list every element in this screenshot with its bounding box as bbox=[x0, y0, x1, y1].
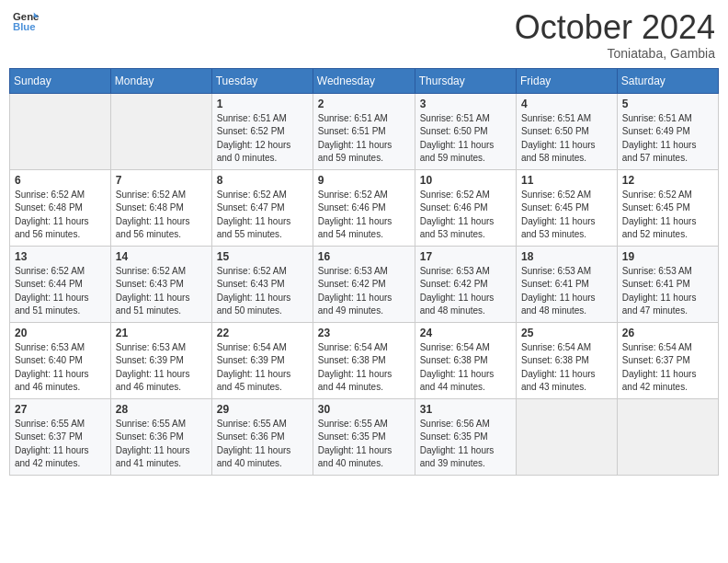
calendar-cell: 23Sunrise: 6:54 AM Sunset: 6:38 PM Dayli… bbox=[313, 322, 415, 398]
day-info: Sunrise: 6:52 AM Sunset: 6:43 PM Dayligh… bbox=[116, 265, 207, 318]
day-info: Sunrise: 6:51 AM Sunset: 6:50 PM Dayligh… bbox=[420, 112, 511, 166]
day-info: Sunrise: 6:51 AM Sunset: 6:49 PM Dayligh… bbox=[622, 112, 713, 166]
calendar-cell: 11Sunrise: 6:52 AM Sunset: 6:45 PM Dayli… bbox=[516, 169, 617, 246]
calendar-cell: 10Sunrise: 6:52 AM Sunset: 6:46 PM Dayli… bbox=[415, 169, 516, 246]
location-subtitle: Toniataba, Gambia bbox=[515, 46, 715, 61]
calendar-cell: 20Sunrise: 6:53 AM Sunset: 6:40 PM Dayli… bbox=[10, 322, 111, 398]
week-row-5: 27Sunrise: 6:55 AM Sunset: 6:37 PM Dayli… bbox=[10, 398, 719, 475]
day-info: Sunrise: 6:52 AM Sunset: 6:48 PM Dayligh… bbox=[15, 189, 106, 242]
month-title: October 2024 bbox=[515, 9, 715, 46]
day-info: Sunrise: 6:52 AM Sunset: 6:48 PM Dayligh… bbox=[116, 189, 207, 242]
calendar-cell: 2Sunrise: 6:51 AM Sunset: 6:51 PM Daylig… bbox=[313, 93, 415, 169]
day-info: Sunrise: 6:53 AM Sunset: 6:40 PM Dayligh… bbox=[15, 341, 106, 395]
day-number: 10 bbox=[420, 174, 511, 187]
day-info: Sunrise: 6:52 AM Sunset: 6:43 PM Dayligh… bbox=[217, 265, 308, 318]
calendar-cell: 19Sunrise: 6:53 AM Sunset: 6:41 PM Dayli… bbox=[617, 246, 718, 322]
day-info: Sunrise: 6:52 AM Sunset: 6:45 PM Dayligh… bbox=[521, 189, 612, 242]
logo-icon: General Blue bbox=[13, 9, 39, 35]
calendar-cell: 30Sunrise: 6:55 AM Sunset: 6:35 PM Dayli… bbox=[313, 398, 415, 475]
day-info: Sunrise: 6:54 AM Sunset: 6:38 PM Dayligh… bbox=[420, 341, 511, 395]
day-info: Sunrise: 6:51 AM Sunset: 6:51 PM Dayligh… bbox=[318, 112, 410, 166]
day-number: 27 bbox=[15, 403, 106, 416]
day-info: Sunrise: 6:52 AM Sunset: 6:44 PM Dayligh… bbox=[15, 265, 106, 318]
day-info: Sunrise: 6:55 AM Sunset: 6:35 PM Dayligh… bbox=[318, 418, 410, 471]
day-number: 25 bbox=[521, 327, 612, 339]
calendar-cell: 1Sunrise: 6:51 AM Sunset: 6:52 PM Daylig… bbox=[211, 93, 313, 169]
day-info: Sunrise: 6:52 AM Sunset: 6:46 PM Dayligh… bbox=[420, 189, 511, 242]
day-number: 26 bbox=[622, 327, 713, 339]
calendar-cell: 21Sunrise: 6:53 AM Sunset: 6:39 PM Dayli… bbox=[110, 322, 211, 398]
calendar-cell: 17Sunrise: 6:53 AM Sunset: 6:42 PM Dayli… bbox=[415, 246, 516, 322]
calendar-cell: 5Sunrise: 6:51 AM Sunset: 6:49 PM Daylig… bbox=[617, 93, 718, 169]
day-info: Sunrise: 6:55 AM Sunset: 6:36 PM Dayligh… bbox=[217, 418, 308, 471]
calendar-cell: 28Sunrise: 6:55 AM Sunset: 6:36 PM Dayli… bbox=[110, 398, 211, 475]
calendar-cell bbox=[617, 398, 718, 475]
calendar-cell: 7Sunrise: 6:52 AM Sunset: 6:48 PM Daylig… bbox=[110, 169, 211, 246]
day-number: 17 bbox=[420, 250, 511, 263]
day-info: Sunrise: 6:53 AM Sunset: 6:42 PM Dayligh… bbox=[420, 265, 511, 318]
day-info: Sunrise: 6:51 AM Sunset: 6:50 PM Dayligh… bbox=[521, 112, 612, 166]
calendar-cell: 26Sunrise: 6:54 AM Sunset: 6:37 PM Dayli… bbox=[617, 322, 718, 398]
calendar-cell: 12Sunrise: 6:52 AM Sunset: 6:45 PM Dayli… bbox=[617, 169, 718, 246]
day-number: 12 bbox=[622, 174, 713, 187]
calendar-cell: 8Sunrise: 6:52 AM Sunset: 6:47 PM Daylig… bbox=[211, 169, 313, 246]
calendar-cell bbox=[110, 93, 211, 169]
day-info: Sunrise: 6:53 AM Sunset: 6:42 PM Dayligh… bbox=[318, 265, 410, 318]
day-info: Sunrise: 6:53 AM Sunset: 6:41 PM Dayligh… bbox=[521, 265, 612, 318]
day-info: Sunrise: 6:51 AM Sunset: 6:52 PM Dayligh… bbox=[217, 112, 308, 166]
calendar-table: SundayMondayTuesdayWednesdayThursdayFrid… bbox=[9, 68, 719, 476]
day-header-saturday: Saturday bbox=[617, 68, 718, 93]
day-number: 8 bbox=[217, 174, 308, 187]
day-info: Sunrise: 6:52 AM Sunset: 6:47 PM Dayligh… bbox=[217, 189, 308, 242]
calendar-cell: 27Sunrise: 6:55 AM Sunset: 6:37 PM Dayli… bbox=[10, 398, 111, 475]
day-number: 19 bbox=[622, 250, 713, 263]
day-number: 16 bbox=[318, 250, 410, 263]
calendar-cell: 3Sunrise: 6:51 AM Sunset: 6:50 PM Daylig… bbox=[415, 93, 516, 169]
day-number: 23 bbox=[318, 327, 410, 339]
calendar-cell: 29Sunrise: 6:55 AM Sunset: 6:36 PM Dayli… bbox=[211, 398, 313, 475]
day-number: 30 bbox=[318, 403, 410, 416]
day-header-thursday: Thursday bbox=[415, 68, 516, 93]
day-info: Sunrise: 6:54 AM Sunset: 6:37 PM Dayligh… bbox=[622, 341, 713, 395]
day-info: Sunrise: 6:55 AM Sunset: 6:36 PM Dayligh… bbox=[116, 418, 207, 471]
calendar-cell bbox=[10, 93, 111, 169]
week-row-3: 13Sunrise: 6:52 AM Sunset: 6:44 PM Dayli… bbox=[10, 246, 719, 322]
day-number: 15 bbox=[217, 250, 308, 263]
day-number: 1 bbox=[217, 98, 308, 110]
day-number: 2 bbox=[318, 98, 410, 110]
calendar-cell: 15Sunrise: 6:52 AM Sunset: 6:43 PM Dayli… bbox=[211, 246, 313, 322]
day-number: 3 bbox=[420, 98, 511, 110]
day-number: 18 bbox=[521, 250, 612, 263]
day-number: 9 bbox=[318, 174, 410, 187]
day-number: 21 bbox=[116, 327, 207, 339]
day-number: 11 bbox=[521, 174, 612, 187]
day-info: Sunrise: 6:53 AM Sunset: 6:41 PM Dayligh… bbox=[622, 265, 713, 318]
logo: General Blue bbox=[13, 9, 39, 35]
day-number: 31 bbox=[420, 403, 511, 416]
day-header-tuesday: Tuesday bbox=[211, 68, 313, 93]
day-number: 7 bbox=[116, 174, 207, 187]
page-header: General Blue October 2024 Toniataba, Gam… bbox=[9, 9, 719, 61]
day-number: 20 bbox=[15, 327, 106, 339]
calendar-cell: 4Sunrise: 6:51 AM Sunset: 6:50 PM Daylig… bbox=[516, 93, 617, 169]
day-number: 13 bbox=[15, 250, 106, 263]
day-header-friday: Friday bbox=[516, 68, 617, 93]
day-info: Sunrise: 6:54 AM Sunset: 6:38 PM Dayligh… bbox=[521, 341, 612, 395]
week-row-1: 1Sunrise: 6:51 AM Sunset: 6:52 PM Daylig… bbox=[10, 93, 719, 169]
day-header-wednesday: Wednesday bbox=[313, 68, 415, 93]
svg-text:Blue: Blue bbox=[13, 21, 36, 32]
calendar-cell: 31Sunrise: 6:56 AM Sunset: 6:35 PM Dayli… bbox=[415, 398, 516, 475]
day-info: Sunrise: 6:52 AM Sunset: 6:46 PM Dayligh… bbox=[318, 189, 410, 242]
day-info: Sunrise: 6:54 AM Sunset: 6:38 PM Dayligh… bbox=[318, 341, 410, 395]
calendar-cell: 13Sunrise: 6:52 AM Sunset: 6:44 PM Dayli… bbox=[10, 246, 111, 322]
day-info: Sunrise: 6:56 AM Sunset: 6:35 PM Dayligh… bbox=[420, 418, 511, 471]
day-number: 22 bbox=[217, 327, 308, 339]
day-info: Sunrise: 6:54 AM Sunset: 6:39 PM Dayligh… bbox=[217, 341, 308, 395]
week-row-4: 20Sunrise: 6:53 AM Sunset: 6:40 PM Dayli… bbox=[10, 322, 719, 398]
day-number: 14 bbox=[116, 250, 207, 263]
day-number: 28 bbox=[116, 403, 207, 416]
day-number: 6 bbox=[15, 174, 106, 187]
calendar-cell: 16Sunrise: 6:53 AM Sunset: 6:42 PM Dayli… bbox=[313, 246, 415, 322]
calendar-cell: 24Sunrise: 6:54 AM Sunset: 6:38 PM Dayli… bbox=[415, 322, 516, 398]
day-number: 29 bbox=[217, 403, 308, 416]
